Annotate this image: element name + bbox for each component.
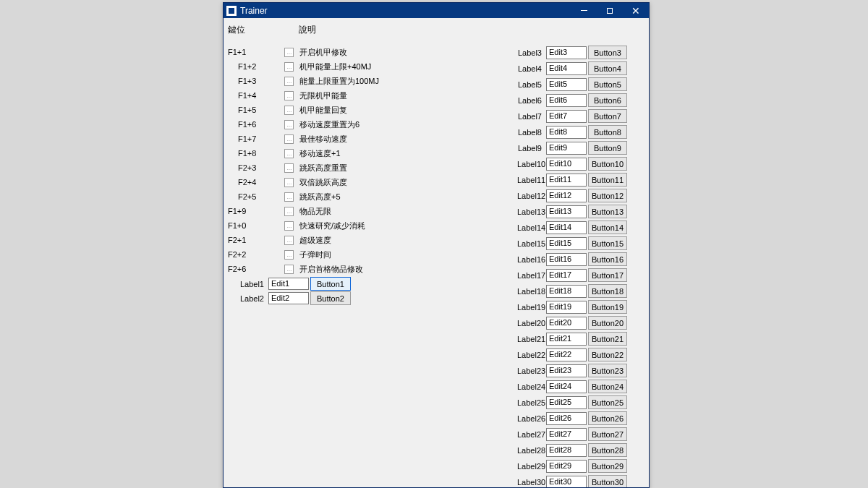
row-label: Label30 [517,478,546,487]
row-button[interactable]: Button22 [588,348,627,361]
row-edit[interactable]: Edit8 [546,126,587,139]
hotkey-toggle[interactable] [284,192,294,202]
hotkey-toggle[interactable] [284,62,294,72]
row-button[interactable]: Button11 [588,173,627,187]
row-button[interactable]: Button29 [588,459,627,473]
hotkey-desc: 能量上限重置为100MJ [299,76,379,87]
hotkey-row: F1+3能量上限重置为100MJ [228,74,517,88]
row-edit[interactable]: Edit20 [546,317,587,330]
row-button[interactable]: Button27 [588,427,627,441]
row-label: Label23 [517,367,546,375]
row-edit[interactable]: Edit29 [546,460,587,473]
row-button[interactable]: Button15 [588,236,627,250]
row-button[interactable]: Button10 [588,157,627,171]
row-edit[interactable]: Edit3 [546,46,587,59]
row-button[interactable]: Button2 [310,291,351,305]
hotkey-toggle[interactable] [284,91,294,100]
row-button[interactable]: Button12 [588,189,627,202]
row-edit[interactable]: Edit12 [546,189,587,202]
row-edit[interactable]: Edit21 [546,333,587,346]
row-edit[interactable]: Edit26 [546,412,587,425]
label-edit-row: Label5Edit5Button5 [517,77,627,92]
row-button[interactable]: Button21 [588,332,627,346]
row-button[interactable]: Button26 [588,411,627,425]
row-edit[interactable]: Edit11 [546,174,587,187]
row-edit[interactable]: Edit27 [546,428,587,441]
hotkey-key: F1+3 [228,77,284,85]
hotkey-key: F2+5 [228,192,284,201]
row-button[interactable]: Button8 [588,125,627,139]
hotkey-toggle[interactable] [284,134,294,144]
titlebar[interactable]: Trainer ✕ [224,3,649,18]
row-button[interactable]: Button13 [588,205,627,218]
hotkey-toggle[interactable] [284,178,294,187]
hotkey-toggle[interactable] [284,149,294,158]
hotkey-toggle[interactable] [284,221,294,231]
label-edit-row: Label30Edit30Button30 [517,474,627,487]
row-edit[interactable]: Edit25 [546,396,587,409]
row-button[interactable]: Button30 [588,475,627,487]
row-button[interactable]: Button24 [588,380,627,393]
hotkey-row: F1+1开启机甲修改 [228,45,517,59]
row-edit[interactable]: Edit18 [546,285,587,298]
row-edit[interactable]: Edit14 [546,221,587,234]
row-edit[interactable]: Edit16 [546,253,587,266]
hotkey-toggle[interactable] [284,106,294,115]
row-button[interactable]: Button7 [588,109,627,123]
row-button[interactable]: Button18 [588,284,627,298]
row-edit[interactable]: Edit6 [546,94,587,107]
row-button[interactable]: Button25 [588,395,627,409]
row-edit[interactable]: Edit4 [546,62,587,75]
row-button[interactable]: Button19 [588,300,627,314]
row-button[interactable]: Button1 [310,277,351,291]
row-button[interactable]: Button4 [588,61,627,75]
row-edit[interactable]: Edit19 [546,301,587,314]
label-edit-row: Label15Edit15Button15 [517,236,627,251]
row-button[interactable]: Button23 [588,364,627,377]
row-button[interactable]: Button20 [588,316,627,330]
row-button[interactable]: Button16 [588,252,627,266]
hotkey-toggle[interactable] [284,207,294,216]
row-button[interactable]: Button14 [588,221,627,234]
row-edit[interactable]: Edit2 [268,292,309,304]
row-edit[interactable]: Edit10 [546,158,587,171]
hotkey-toggle[interactable] [284,163,294,173]
row-label: Label22 [517,351,546,359]
row-edit[interactable]: Edit28 [546,444,587,457]
hotkey-row: F2+5跳跃高度+5 [228,189,517,204]
row-button[interactable]: Button6 [588,93,627,107]
hotkey-key: F2+3 [228,163,284,172]
hotkey-toggle[interactable] [284,265,294,274]
maximize-button[interactable] [597,3,623,18]
row-button[interactable]: Button28 [588,443,627,457]
hotkey-toggle[interactable] [284,236,294,245]
row-edit[interactable]: Edit5 [546,78,587,91]
minimize-button[interactable] [571,3,597,18]
hotkey-toggle[interactable] [284,48,294,57]
row-button[interactable]: Button5 [588,77,627,91]
row-button[interactable]: Button9 [588,141,627,155]
hotkey-toggle[interactable] [284,120,294,129]
row-edit[interactable]: Edit23 [546,364,587,377]
row-edit[interactable]: Edit30 [546,476,587,488]
row-edit[interactable]: Edit7 [546,110,587,123]
hotkey-toggle[interactable] [284,77,294,86]
hotkey-key: F1+4 [228,91,284,100]
row-label: Label3 [517,48,546,57]
label-edit-row: Label14Edit14Button14 [517,220,627,235]
row-edit[interactable]: Edit1 [268,278,309,290]
row-edit[interactable]: Edit22 [546,348,587,361]
row-button[interactable]: Button17 [588,268,627,282]
row-edit[interactable]: Edit9 [546,142,587,155]
row-edit[interactable]: Edit15 [546,237,587,250]
row-label: Label2 [228,294,268,303]
label-edit-row: Label23Edit23Button23 [517,363,627,378]
row-edit[interactable]: Edit24 [546,380,587,393]
row-button[interactable]: Button3 [588,46,627,59]
hotkey-desc: 机甲能量上限+40MJ [299,61,371,72]
hotkey-key: F1+1 [228,48,284,56]
close-button[interactable]: ✕ [623,3,649,18]
row-edit[interactable]: Edit13 [546,205,587,218]
row-edit[interactable]: Edit17 [546,269,587,282]
hotkey-toggle[interactable] [284,250,294,260]
